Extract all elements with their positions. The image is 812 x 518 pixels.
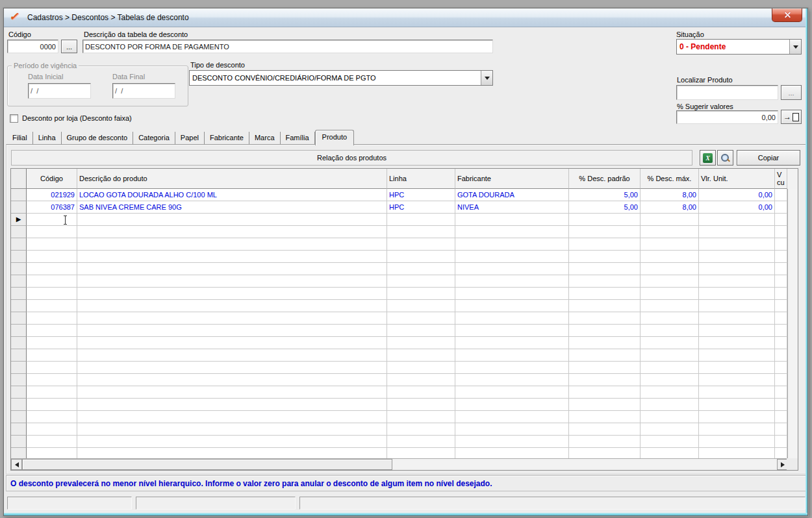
- grid-cell[interactable]: [775, 238, 787, 251]
- grid-row[interactable]: [11, 386, 798, 399]
- grid-cell[interactable]: 5,00: [569, 201, 641, 214]
- grid-cell[interactable]: 0,00: [699, 201, 775, 214]
- grid-cell[interactable]: 076387: [27, 201, 77, 214]
- grid-row[interactable]: [11, 325, 798, 337]
- grid-cell[interactable]: [387, 325, 455, 337]
- grid-cell[interactable]: [569, 214, 641, 226]
- grid-cell[interactable]: 8,00: [641, 201, 699, 214]
- grid-row[interactable]: [11, 349, 798, 362]
- grid-cell[interactable]: [775, 300, 787, 312]
- grid-cell[interactable]: [569, 251, 641, 263]
- grid-cell[interactable]: [699, 238, 775, 251]
- grid-cell[interactable]: [775, 288, 787, 300]
- grid-cell[interactable]: [775, 411, 787, 423]
- grid-cell[interactable]: [699, 288, 775, 300]
- grid-cell[interactable]: [455, 423, 569, 436]
- tab-produto[interactable]: Produto: [315, 130, 355, 145]
- grid-cell[interactable]: [775, 374, 787, 386]
- grid-cell[interactable]: [77, 436, 387, 448]
- tab-papel[interactable]: Papel: [175, 132, 205, 145]
- grid-cell[interactable]: [699, 411, 775, 423]
- grid-row[interactable]: [11, 411, 798, 423]
- grid-cell[interactable]: [387, 362, 455, 374]
- grid-cell[interactable]: [699, 436, 775, 448]
- grid-cell[interactable]: [775, 349, 787, 362]
- grid-row[interactable]: 076387SAB NIVEA CREME CARE 90GHPCNIVEA5,…: [11, 201, 798, 214]
- grid-cell[interactable]: [641, 288, 699, 300]
- grid-cell[interactable]: [387, 448, 455, 458]
- grid-cell[interactable]: [641, 226, 699, 238]
- grid-row[interactable]: [11, 263, 798, 275]
- grid-cell[interactable]: HPC: [387, 189, 455, 201]
- tab-filial[interactable]: Filial: [7, 132, 33, 145]
- grid-cell[interactable]: 0,00: [699, 189, 775, 201]
- grid-cell[interactable]: [455, 448, 569, 458]
- grid-column-header[interactable]: [11, 169, 27, 189]
- grid-cell[interactable]: [569, 288, 641, 300]
- grid-cell[interactable]: [699, 312, 775, 325]
- grid-cell[interactable]: [27, 436, 77, 448]
- vertical-scrollbar[interactable]: [787, 189, 798, 458]
- grid-cell[interactable]: [387, 226, 455, 238]
- grid-cell[interactable]: [569, 349, 641, 362]
- grid-cell[interactable]: [641, 337, 699, 349]
- grid-cell[interactable]: [77, 251, 387, 263]
- grid-cell[interactable]: [699, 349, 775, 362]
- grid-cell[interactable]: [455, 374, 569, 386]
- grid-row[interactable]: [11, 423, 798, 436]
- grid-cell[interactable]: [77, 275, 387, 288]
- grid-cell[interactable]: [699, 448, 775, 458]
- grid-column-header[interactable]: Linha: [387, 169, 455, 189]
- grid-cell[interactable]: [699, 399, 775, 411]
- grid-cell[interactable]: [387, 374, 455, 386]
- grid-cell[interactable]: [77, 214, 387, 226]
- grid-cell[interactable]: [641, 214, 699, 226]
- grid-cell[interactable]: [77, 238, 387, 251]
- grid-cell[interactable]: [569, 386, 641, 399]
- grid-cell[interactable]: [775, 201, 787, 214]
- grid-cell[interactable]: 5,00: [569, 189, 641, 201]
- grid-cell[interactable]: [387, 386, 455, 399]
- grid-cell[interactable]: [387, 436, 455, 448]
- grid-cell[interactable]: [699, 362, 775, 374]
- grid-cell[interactable]: [775, 448, 787, 458]
- codigo-browse-button[interactable]: ...: [61, 40, 77, 53]
- grid-cell[interactable]: [387, 349, 455, 362]
- grid-cell[interactable]: [775, 214, 787, 226]
- grid-cell[interactable]: [775, 337, 787, 349]
- close-button[interactable]: [772, 8, 802, 22]
- grid-cell[interactable]: [27, 300, 77, 312]
- grid-cell[interactable]: [699, 300, 775, 312]
- grid-cell[interactable]: [641, 251, 699, 263]
- grid-cell[interactable]: [569, 423, 641, 436]
- grid-cell[interactable]: [77, 362, 387, 374]
- tab-familia[interactable]: Família: [281, 132, 315, 145]
- grid-cell[interactable]: [77, 448, 387, 458]
- sugerir-valores-input[interactable]: [676, 110, 778, 124]
- grid-cell[interactable]: [569, 263, 641, 275]
- grid-cell[interactable]: [27, 238, 77, 251]
- grid-cell[interactable]: [641, 325, 699, 337]
- grid-row[interactable]: [11, 312, 798, 325]
- grid-cell[interactable]: [27, 312, 77, 325]
- grid-cell[interactable]: [77, 386, 387, 399]
- scrollbar-thumb[interactable]: [22, 459, 392, 470]
- grid-cell[interactable]: 8,00: [641, 189, 699, 201]
- grid-cell[interactable]: [455, 386, 569, 399]
- grid-column-header[interactable]: Vlr. Unit.: [699, 169, 775, 189]
- grid-cell[interactable]: [569, 337, 641, 349]
- grid-cell[interactable]: [77, 423, 387, 436]
- grid-row[interactable]: [11, 436, 798, 448]
- grid-cell[interactable]: [641, 349, 699, 362]
- tab-linha[interactable]: Linha: [33, 132, 62, 145]
- grid-cell[interactable]: [27, 423, 77, 436]
- grid-cell[interactable]: [775, 189, 787, 201]
- grid-cell[interactable]: [455, 263, 569, 275]
- export-excel-button[interactable]: X: [700, 150, 716, 166]
- grid-cell[interactable]: [77, 325, 387, 337]
- grid-cell[interactable]: [699, 226, 775, 238]
- grid-cell[interactable]: 021929: [27, 189, 77, 201]
- grid-cell[interactable]: [387, 300, 455, 312]
- tipo-desconto-combobox[interactable]: DESCONTO CONVÊNIO/CREDIÁRIO/FORMA DE PGT…: [189, 70, 493, 86]
- data-inicial-input[interactable]: [28, 83, 91, 99]
